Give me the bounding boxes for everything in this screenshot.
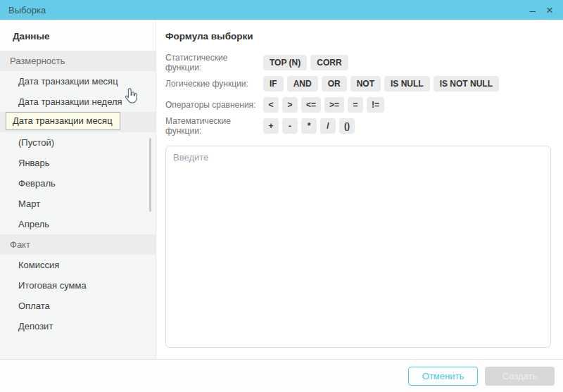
func-button-not[interactable]: NOT: [350, 76, 381, 91]
window-controls: – ×: [530, 4, 553, 16]
element-list-scrollbar[interactable]: [149, 138, 151, 212]
func-button-or[interactable]: OR: [322, 76, 347, 91]
func-button-is-not-null[interactable]: IS NOT NULL: [434, 76, 499, 91]
func-button-if[interactable]: IF: [263, 76, 284, 91]
op-button-gt[interactable]: >: [282, 97, 298, 113]
sidebar-item-payment[interactable]: Оплата: [0, 296, 156, 316]
row-label: Логические функции:: [165, 79, 263, 89]
titlebar: Выборка – ×: [0, 0, 563, 20]
op-button-lt[interactable]: <: [263, 97, 279, 113]
sidebar-item-total-sum[interactable]: Итоговая сумма: [0, 275, 156, 296]
cursor-pointer-icon: [122, 87, 138, 109]
row-label: Статистические функции:: [165, 53, 263, 72]
button-group: TOP (N) CORR: [263, 55, 348, 70]
dialog-content: Данные Размерность Дата транзакции месяц…: [0, 20, 563, 359]
sidebar-item-commission[interactable]: Комиссия: [0, 255, 156, 275]
func-button-top-n[interactable]: TOP (N): [263, 55, 307, 70]
op-button-eq[interactable]: =: [348, 97, 363, 113]
sidebar-item-empty[interactable]: (Пустой): [0, 132, 156, 153]
math-button-minus[interactable]: -: [282, 118, 298, 134]
op-button-gte[interactable]: >=: [324, 97, 344, 113]
op-button-neq[interactable]: !=: [367, 97, 384, 113]
row-logical-functions: Логические функции: IF AND OR NOT IS NUL…: [165, 73, 552, 94]
sidebar-item-april[interactable]: Апрель: [0, 214, 156, 234]
sidebar-section-fact: Факт: [0, 234, 156, 255]
sidebar-item-march[interactable]: Март: [0, 194, 156, 214]
math-button-parentheses[interactable]: (): [339, 118, 355, 134]
data-sidebar: Данные Размерность Дата транзакции месяц…: [0, 20, 156, 359]
dialog-footer: Отменить Создать: [0, 359, 563, 392]
sidebar-title: Данные: [0, 20, 156, 51]
row-math-functions: Математические функции: + - * / (): [165, 115, 552, 137]
sidebar-item-deposit[interactable]: Депозит: [0, 316, 156, 336]
panel-title: Формула выборки: [165, 31, 552, 42]
row-label: Операторы сравнения:: [165, 100, 263, 110]
func-button-corr[interactable]: CORR: [310, 55, 348, 70]
op-button-lte[interactable]: <=: [301, 97, 321, 113]
create-button[interactable]: Создать: [485, 367, 555, 386]
row-comparison-operators: Операторы сравнения: < > <= >= = !=: [165, 94, 552, 115]
sidebar-item-january[interactable]: Январь: [0, 153, 156, 173]
formula-panel: Формула выборки Статистические функции: …: [156, 20, 563, 359]
func-button-is-null[interactable]: IS NULL: [384, 76, 430, 91]
minimize-icon[interactable]: –: [530, 5, 536, 15]
tooltip: Дата транзакции месяц: [6, 112, 120, 130]
math-button-plus[interactable]: +: [263, 118, 279, 134]
close-icon[interactable]: ×: [546, 4, 553, 16]
math-button-multiply[interactable]: *: [301, 118, 317, 134]
button-group: + - * / (): [263, 118, 355, 134]
window-title: Выборка: [8, 5, 46, 15]
sidebar-section-dimension: Размерность: [0, 51, 156, 71]
element-list: (Пустой) Январь Февраль Март Апрель: [0, 132, 156, 234]
func-button-and[interactable]: AND: [287, 76, 318, 91]
row-statistical-functions: Статистические функции: TOP (N) CORR: [165, 52, 552, 73]
button-group: IF AND OR NOT IS NULL IS NOT NULL: [263, 76, 499, 91]
cancel-button[interactable]: Отменить: [408, 367, 478, 386]
row-label: Математические функции:: [165, 116, 263, 136]
math-button-divide[interactable]: /: [320, 118, 336, 134]
formula-input[interactable]: [165, 146, 551, 348]
sidebar-item-february[interactable]: Февраль: [0, 173, 156, 194]
selection-dialog: Выборка – × Данные Размерность Дата тран…: [0, 0, 563, 392]
button-group: < > <= >= = !=: [263, 97, 384, 113]
